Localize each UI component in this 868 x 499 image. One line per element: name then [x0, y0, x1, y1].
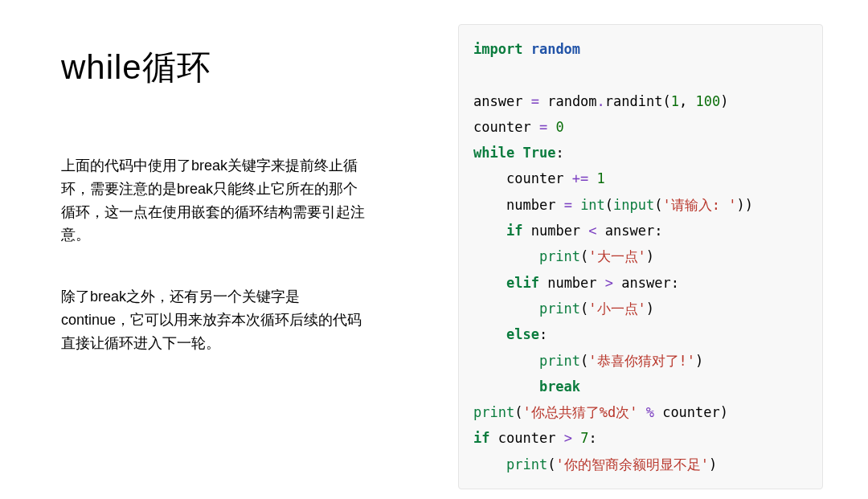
tok-paren: ( [580, 248, 588, 264]
tok-str: '你总共猜了%d次' [522, 404, 637, 420]
tok-op: = [564, 197, 572, 213]
tok-builtin: int [580, 197, 605, 213]
tok-ident: random [547, 93, 596, 109]
tok-builtin: print [539, 301, 580, 317]
slide-container: while循环 上面的代码中使用了break关键字来提前终止循环，需要注意的是b… [0, 0, 868, 499]
tok-punct: : [588, 430, 596, 446]
tok-paren: ) [736, 197, 744, 213]
tok-ident: answer [621, 275, 670, 291]
tok-ident: counter [498, 430, 556, 446]
tok-ident: random [531, 41, 580, 57]
tok-op: > [605, 275, 613, 291]
tok-paren: ) [646, 248, 654, 264]
tok-import: import [473, 41, 522, 57]
tok-paren: ( [580, 301, 588, 317]
tok-op: = [539, 119, 547, 135]
paragraph-1: 上面的代码中使用了break关键字来提前终止循环，需要注意的是break只能终止… [61, 154, 366, 247]
tok-paren: ) [695, 353, 703, 369]
tok-builtin: print [539, 248, 580, 264]
tok-punct: : [539, 326, 547, 342]
tok-paren: ) [709, 456, 717, 472]
tok-ident: number [547, 275, 596, 291]
tok-paren: ( [514, 404, 522, 420]
tok-str: '恭喜你猜对了!' [588, 353, 695, 369]
tok-paren: ( [547, 456, 555, 472]
tok-builtin: print [506, 456, 547, 472]
slide-title: while循环 [61, 45, 418, 90]
tok-str: '请输入: ' [663, 197, 737, 213]
tok-num: 7 [580, 430, 588, 446]
tok-keyword: if [473, 430, 489, 446]
tok-keyword: break [539, 378, 580, 395]
tok-op: > [564, 430, 572, 446]
text-panel: while循环 上面的代码中使用了break关键字来提前终止循环，需要注意的是b… [0, 0, 450, 499]
tok-op: += [572, 170, 588, 186]
tok-ident: counter [662, 404, 720, 420]
tok-keyword: if [506, 223, 522, 239]
tok-paren: ( [580, 353, 588, 369]
tok-ident: counter [506, 170, 564, 186]
tok-str: '你的智商余额明显不足' [555, 456, 708, 472]
tok-paren: ) [646, 301, 654, 317]
tok-ident: answer [473, 93, 522, 109]
code-block: import random answer = random.randint(1,… [458, 24, 823, 489]
tok-punct: , [679, 93, 687, 109]
tok-num: 0 [555, 119, 563, 135]
tok-str: '小一点' [588, 301, 645, 317]
tok-punct: : [654, 223, 662, 239]
tok-str: '大一点' [588, 248, 645, 264]
tok-paren: ( [654, 197, 662, 213]
tok-paren: ) [720, 404, 728, 420]
tok-paren: ( [605, 197, 613, 213]
tok-builtin: input [613, 197, 654, 213]
tok-op: = [531, 93, 539, 109]
tok-op: % [646, 404, 654, 420]
paragraph-2: 除了break之外，还有另一个关键字是continue，它可以用来放弃本次循环后… [61, 285, 366, 354]
tok-keyword: elif [506, 275, 539, 291]
tok-ident: randint [605, 93, 663, 109]
tok-num: 1 [671, 93, 679, 109]
tok-keyword: else [506, 326, 539, 342]
tok-num: 100 [696, 93, 721, 109]
tok-punct: : [671, 275, 679, 291]
tok-paren: ) [745, 197, 753, 213]
tok-ident: number [506, 197, 555, 213]
tok-ident: number [531, 223, 580, 239]
tok-paren: ) [720, 93, 728, 109]
tok-keyword: while [473, 145, 514, 161]
tok-op: < [588, 223, 596, 239]
tok-paren: ( [663, 93, 671, 109]
code-panel: import random answer = random.randint(1,… [450, 0, 844, 499]
tok-punct: : [555, 145, 563, 161]
tok-op: . [597, 93, 605, 109]
tok-builtin: print [473, 404, 514, 420]
tok-ident: answer [605, 223, 654, 239]
tok-num: 1 [597, 170, 605, 186]
tok-bool: True [522, 145, 555, 161]
tok-builtin: print [539, 353, 580, 369]
tok-ident: counter [473, 119, 531, 135]
